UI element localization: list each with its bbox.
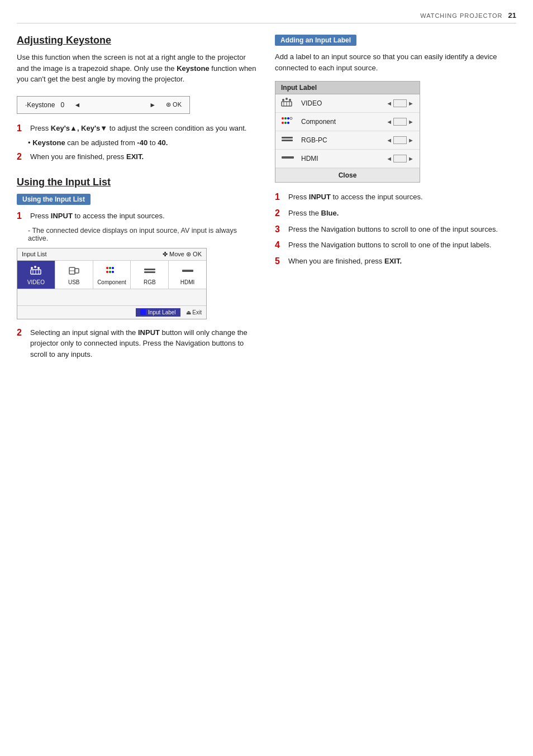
keystone-label: ·Keystone [25,101,55,109]
input-icon-usb[interactable]: USB [55,261,93,289]
input-list-ui-box: Input List ✤ Move ⊛ OK [17,248,207,319]
video-row-label: VIDEO [301,99,383,107]
svg-point-11 [109,267,111,269]
component-nav-arrows: ◄ ► [386,118,414,126]
video-left-arrow[interactable]: ◄ [386,100,392,107]
rgb-left-arrow[interactable]: ◄ [386,137,392,143]
hdmi-nav-space [393,155,407,162]
component-nav-space [393,118,407,126]
right-step-2: 2 Press the Blue. [275,208,516,219]
video-nav-arrows: ◄ ► [386,99,414,107]
component-label: Component [97,279,126,285]
svg-point-19 [282,99,284,101]
right-step-1: 1 Press INPUT to access the input source… [275,192,516,203]
close-button[interactable]: Close [339,171,357,179]
svg-point-13 [106,271,108,273]
svg-rect-35 [282,156,294,159]
rgb-right-arrow[interactable]: ► [408,137,414,143]
keystone-ui-box: ·Keystone 0 ◄ ► ⊛ OK [17,96,190,114]
adding-input-label-body: Add a label to an input source so that y… [275,51,516,73]
input-label-button[interactable]: Input Label [136,308,180,317]
video-right-arrow[interactable]: ► [408,100,414,107]
component-row-label: Component [301,118,383,126]
input-label-row-component: Component ◄ ► [275,113,420,131]
right-step2-text: Press the Blue. [288,208,339,219]
input-list-section: Using the Input List Using the Input Lis… [17,176,258,360]
input-list-badge: Using the Input List [17,194,91,205]
svg-rect-8 [75,269,79,273]
svg-point-26 [282,117,284,119]
input-list-step2-list: 2 Selecting an input signal with the INP… [17,327,258,360]
hdmi-right-arrow[interactable]: ► [408,155,414,162]
video-label: VIDEO [27,279,45,285]
right-step-5: 5 When you are finished, press EXIT. [275,256,516,267]
exit-button[interactable]: ⏏ Exit [186,309,202,315]
input-icon-component[interactable]: Component [93,261,131,289]
input-list-icons-row: VIDEO USB [17,261,206,289]
page: WATCHING PROJECTOR 21 Adjusting Keystone… [0,0,533,375]
component-right-arrow[interactable]: ► [408,118,414,125]
svg-rect-34 [282,140,293,141]
input-label-close-row: Close [275,168,420,182]
input-label-video-icon [281,97,298,109]
page-number: 21 [508,11,516,20]
input-list-empty-row [17,289,206,306]
right-step3-text: Press the Navigation buttons to scroll t… [288,224,498,236]
input-label-row-rgb: RGB-PC ◄ ► [275,131,420,150]
hdmi-nav-arrows: ◄ ► [386,155,414,162]
right-step1-text: Press INPUT to access the input sources. [288,192,423,203]
usb-label: USB [68,279,80,285]
input-list-steps: 1 Press INPUT to access the input source… [17,210,258,222]
hdmi-left-arrow[interactable]: ◄ [386,155,392,162]
blue-square-icon [140,309,146,315]
keystone-step2-list: 2 When you are finished, press EXIT. [17,151,258,163]
svg-point-15 [112,271,114,273]
svg-point-29 [290,117,292,119]
using-input-list-title: Using the Input List [17,176,258,188]
left-arrow[interactable]: ◄ [74,101,80,109]
input-list-note: - The connected device displays on input… [17,227,258,242]
input-step1-text: Press INPUT to access the input sources. [30,210,165,222]
rgb-row-label: RGB-PC [301,136,383,144]
top-bar: WATCHING PROJECTOR 21 [17,11,516,23]
keystone-intro: Use this function when the screen is not… [17,52,258,85]
input-label-row-hdmi: HDMI ◄ ► [275,150,420,168]
right-arrow[interactable]: ► [149,101,156,109]
video-icon [30,265,42,277]
keystone-step1-bold: Key's▲, Key's▼ [51,124,107,132]
svg-point-21 [289,99,291,101]
rgb-label: RGB [144,279,156,285]
svg-rect-33 [282,137,293,138]
left-column: Adjusting Keystone Use this function whe… [17,35,258,364]
keystone-step-2: 2 When you are finished, press EXIT. [17,151,258,163]
right-column: Adding an Input Label Add a label to an … [275,35,516,364]
keystone-bold-word: Keystone [177,64,210,73]
input-step2-text: Selecting an input signal with the INPUT… [30,327,258,360]
svg-point-32 [287,122,289,124]
hdmi-icon [182,265,194,277]
input-label-ui-box: Input Label VIDEO [275,81,420,183]
rgb-nav-space [393,136,407,144]
input-label-row-video: VIDEO ◄ ► [275,94,420,113]
input-list-header: Input List ✤ Move ⊛ OK [17,248,206,261]
component-left-arrow[interactable]: ◄ [386,118,392,125]
keystone-step-1: 1 Press Key's▲, Key's▼ to adjust the scr… [17,123,258,135]
right-step-4: 4 Press the Navigation buttons to scroll… [275,240,516,251]
input-label-btn-text: Input Label [148,309,176,315]
input-list-header-label: Input List [22,251,47,258]
video-nav-space [393,99,407,107]
usb-icon [68,265,80,277]
input-icon-hdmi[interactable]: HDMI [169,261,206,289]
svg-point-31 [284,122,287,124]
svg-rect-18 [182,270,193,272]
keystone-steps: 1 Press Key's▲, Key's▼ to adjust the scr… [17,123,258,135]
input-icon-rgb[interactable]: RGB [131,261,169,289]
right-step5-text: When you are finished, press EXIT. [288,256,402,267]
svg-point-12 [112,267,114,269]
adding-input-label-badge: Adding an Input Label [275,35,356,46]
right-step-3: 3 Press the Navigation buttons to scroll… [275,224,516,236]
input-list-step-2: 2 Selecting an input signal with the INP… [17,327,258,360]
right-steps: 1 Press INPUT to access the input source… [275,192,516,267]
input-icon-video[interactable]: VIDEO [17,261,55,289]
svg-rect-16 [144,269,155,270]
